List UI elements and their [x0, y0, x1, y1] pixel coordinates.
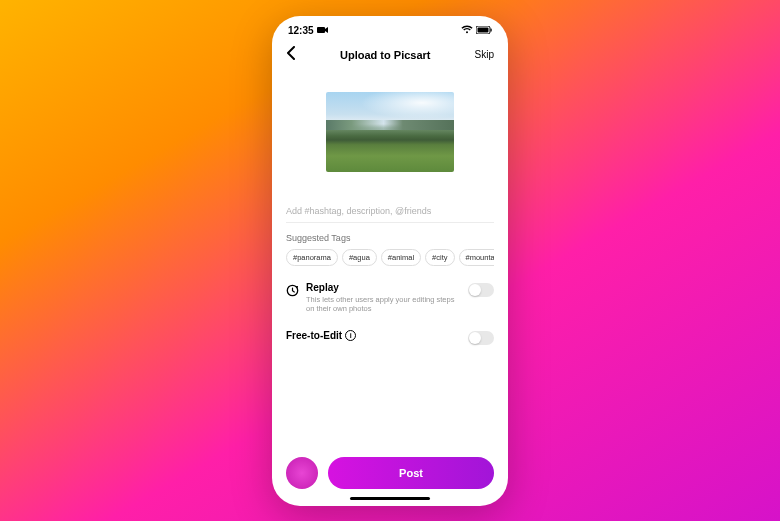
- description-input[interactable]: Add #hashtag, description, @friends: [286, 200, 494, 223]
- info-icon[interactable]: i: [345, 330, 356, 341]
- replay-description: This lets other users apply your editing…: [306, 295, 456, 315]
- content-area: Add #hashtag, description, @friends Sugg…: [272, 74, 508, 445]
- home-indicator[interactable]: [350, 497, 430, 500]
- wifi-icon: [461, 25, 473, 36]
- phone-frame: 12:35 Upload to Picsart Skip Add #hashta…: [272, 16, 508, 506]
- suggested-tags-label: Suggested Tags: [286, 233, 494, 243]
- tag-chip[interactable]: #panorama: [286, 249, 338, 266]
- free-to-edit-toggle[interactable]: [468, 331, 494, 345]
- image-preview[interactable]: [326, 92, 454, 172]
- bottom-bar: Post: [272, 445, 508, 497]
- back-button[interactable]: [286, 46, 296, 64]
- svg-rect-3: [491, 28, 492, 31]
- status-time: 12:35: [288, 25, 314, 36]
- replay-title: Replay: [306, 282, 461, 293]
- skip-button[interactable]: Skip: [475, 49, 494, 60]
- battery-icon: [476, 25, 492, 36]
- secondary-round-button[interactable]: [286, 457, 318, 489]
- tag-chip[interactable]: #agua: [342, 249, 377, 266]
- status-camera-icon: [317, 25, 328, 36]
- page-title: Upload to Picsart: [340, 49, 430, 61]
- tag-chip[interactable]: #mountains: [459, 249, 495, 266]
- svg-rect-2: [478, 27, 489, 32]
- svg-rect-0: [317, 27, 325, 33]
- suggested-tags-row: #panorama #agua #animal #city #mountains…: [286, 249, 494, 266]
- post-button[interactable]: Post: [328, 457, 494, 489]
- free-to-edit-option: Free-to-Edit i: [286, 330, 494, 345]
- replay-toggle[interactable]: [468, 283, 494, 297]
- tag-chip[interactable]: #city: [425, 249, 454, 266]
- status-bar: 12:35: [272, 16, 508, 40]
- nav-bar: Upload to Picsart Skip: [272, 40, 508, 74]
- free-to-edit-title: Free-to-Edit: [286, 330, 342, 341]
- replay-option: Replay This lets other users apply your …: [286, 282, 494, 315]
- tag-chip[interactable]: #animal: [381, 249, 421, 266]
- replay-icon: [286, 283, 299, 301]
